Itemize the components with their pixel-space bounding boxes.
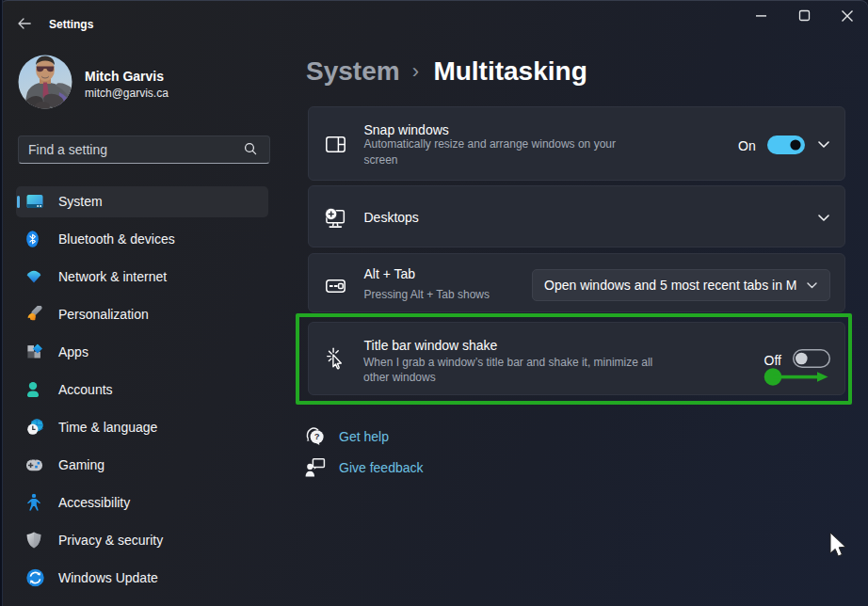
svg-text:?: ? xyxy=(314,431,320,441)
